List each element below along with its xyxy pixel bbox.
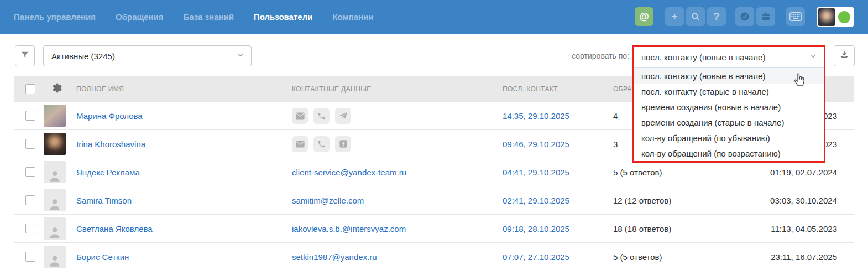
user-name-link[interactable]: Светлана Яковлева [76,224,153,233]
avatar-placeholder [44,161,66,183]
sort-option[interactable]: посл. контакту (новые в начале) [634,68,824,84]
row-checkbox[interactable] [25,139,35,149]
last-contact-link[interactable]: 14:35, 29.10.2025 [503,111,569,121]
at-mentions-button[interactable]: @ [635,7,653,26]
sort-dropdown: посл. контакту (новые в начале) посл. ко… [632,45,825,163]
keyboard-icon [789,12,802,21]
last-contact-link[interactable]: 09:18, 28.10.2025 [503,224,569,233]
sort-options-list: посл. контакту (новые в начале) посл. ко… [634,68,824,161]
sort-option[interactable]: времени создания (старые в начале) [634,115,824,130]
requests-count: 12 (12 ответов) [613,196,671,205]
row-checkbox[interactable] [25,195,35,205]
last-contact-link[interactable]: 07:07, 27.10.2025 [503,252,569,262]
user-name-link[interactable]: Борис Сеткин [76,252,129,262]
nav-item-companies[interactable]: Компании [332,12,373,22]
col-header-full-name[interactable]: ПОЛНОЕ ИМЯ [76,85,124,93]
keyboard-button[interactable] [786,7,805,26]
briefcase-button[interactable] [756,7,775,26]
chevron-down-icon [809,52,817,62]
badge-check-icon [739,11,750,22]
select-all-checkbox[interactable] [25,84,35,94]
user-name-link[interactable]: Samira Timson [76,196,132,205]
row-checkbox[interactable] [25,224,35,233]
chevron-down-icon [237,51,244,61]
at-icon: @ [639,11,649,23]
add-button[interactable]: + [665,7,684,26]
question-icon: ? [713,11,720,23]
sort-select-value: посл. контакту (новые в начале) [634,53,809,62]
top-nav: Панель управления Обращения База знаний … [0,0,868,34]
search-button[interactable] [686,7,705,26]
col-header-contact-data[interactable]: КОНТАКТНЫЕ ДАННЫЕ [292,85,372,93]
table-row: Samira Timson samitim@zelle.com 02:41, 2… [14,186,854,215]
gear-icon[interactable] [51,82,62,96]
avatar-photo [44,133,66,155]
registered-date: 11:13, 04.05.2023 [771,224,837,233]
phone-icon[interactable] [313,108,330,124]
mail-icon[interactable] [292,108,308,124]
nav-item-dashboard[interactable]: Панель управления [14,12,96,22]
col-header-last-contact[interactable]: ПОСЛ. КОНТАКТ [503,85,558,93]
registered-date: 01:19, 02.07.2024 [770,168,837,177]
row-checkbox[interactable] [25,167,35,177]
last-contact-link[interactable]: 09:46, 29.10.2025 [503,139,569,149]
plus-icon: + [671,11,677,23]
online-status-dot[interactable] [838,11,850,23]
sort-option[interactable]: кол-ву обращений (по возрастанию) [634,146,824,161]
help-button[interactable]: ? [707,7,726,26]
avatar-placeholder [44,189,66,211]
sort-option[interactable]: времени создания (новые в начале) [634,99,824,115]
user-name-link[interactable]: Irina Khoroshavina [76,139,145,149]
sort-option[interactable]: посл. контакту (старые в начале) [634,84,824,99]
filter-button[interactable] [15,45,35,66]
avatar-placeholder [44,246,66,268]
nav-item-users[interactable]: Пользователи [254,12,312,22]
download-icon [839,50,849,62]
segment-select[interactable]: Активные (3245) [43,45,252,66]
email-link[interactable]: samitim@zelle.com [292,196,364,205]
sort-option[interactable]: кол-ву обращений (по убыванию) [634,130,824,146]
avatar-photo [44,105,66,127]
telegram-icon[interactable] [335,108,351,124]
last-contact-link[interactable]: 04:41, 29.10.2025 [503,168,569,177]
nav-item-tickets[interactable]: Обращения [116,12,163,22]
requests-count: 18 (18 ответов) [613,224,671,233]
requests-count: 5 (5 ответов) [613,168,662,177]
export-button[interactable] [834,45,855,66]
user-name-link[interactable]: Яндекс Реклама [76,168,140,177]
requests-count: 5 (5 ответов) [613,252,662,262]
requests-count: 4 [613,111,618,121]
phone-icon[interactable] [313,136,330,152]
registered-date: 03:03, 30.10.2024 [770,196,837,205]
row-checkbox[interactable] [25,111,35,121]
mail-icon[interactable] [292,136,308,152]
nav-item-knowledge-base[interactable]: База знаний [184,12,234,22]
facebook-icon[interactable] [335,136,351,152]
email-link[interactable]: iakovleva.s.b.@intersvyaz.com [292,224,406,233]
table-row: Борис Сеткин setkin1987@yandex.ru 07:07,… [14,243,854,270]
requests-count: 3 [613,139,618,149]
email-link[interactable]: client-service@yandex-team.ru [292,168,406,177]
briefcase-icon [760,11,771,22]
nav-menu: Панель управления Обращения База знаний … [14,0,374,34]
current-user-chip[interactable] [817,7,854,27]
sort-label: сортировать по: [572,45,629,66]
segment-select-value: Активные (3245) [44,51,237,61]
table-row: Светлана Яковлева iakovleva.s.b.@intersv… [14,215,854,243]
search-icon [691,12,700,22]
avatar-placeholder [44,217,66,240]
registered-date: 23:11, 16.07.2025 [771,252,837,262]
filter-icon [20,50,29,61]
users-page: Панель управления Обращения База знаний … [0,0,868,270]
email-link[interactable]: setkin1987@yandex.ru [292,252,377,262]
sort-select[interactable]: посл. контакту (новые в начале) [634,47,824,68]
current-user-avatar [818,8,835,26]
last-contact-link[interactable]: 02:41, 29.10.2025 [503,196,569,205]
row-checkbox[interactable] [25,252,35,262]
badge-check-button[interactable] [735,7,754,26]
user-name-link[interactable]: Марина Фролова [76,111,143,121]
